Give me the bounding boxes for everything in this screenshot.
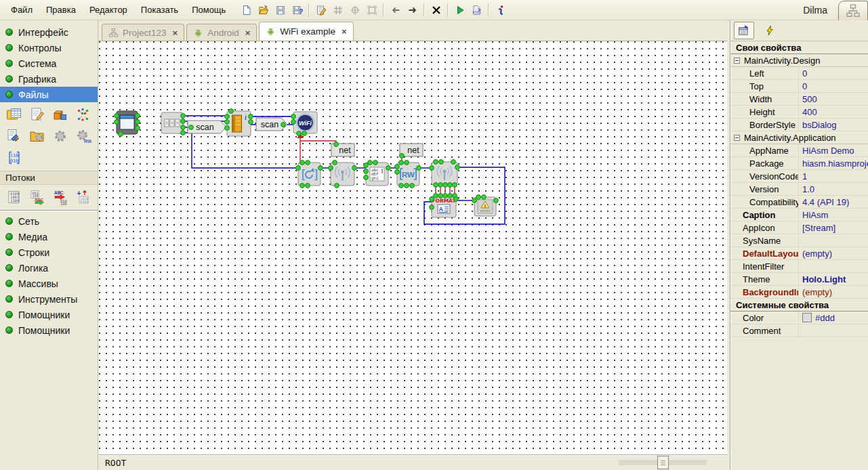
frame-view-button[interactable] <box>363 1 380 18</box>
collapse-icon[interactable] <box>734 58 740 64</box>
selection-handle[interactable] <box>181 131 186 135</box>
property-value[interactable]: HiAsm Demo <box>798 144 868 156</box>
tab-close-icon[interactable]: × <box>245 28 251 37</box>
selection-handle[interactable] <box>333 161 337 165</box>
selection-handle[interactable] <box>329 166 333 171</box>
wifi-points-block-2[interactable] <box>432 162 457 185</box>
selection-handle[interactable] <box>368 161 373 165</box>
stream-merge-palette-button[interactable]: +10100101 <box>74 188 93 206</box>
selection-handle[interactable] <box>451 160 456 165</box>
selection-handle[interactable] <box>443 194 448 198</box>
property-value[interactable]: 500 <box>798 93 868 105</box>
selection-handle[interactable] <box>181 114 186 119</box>
selection-handle[interactable] <box>405 161 409 165</box>
selection-handle[interactable] <box>438 183 443 188</box>
property-value[interactable]: (empty) <box>798 247 868 259</box>
stream-abc-bin-palette-button[interactable]: ABC010100 <box>51 188 70 206</box>
selection-handle[interactable] <box>335 184 339 188</box>
selection-handle[interactable] <box>291 120 296 125</box>
menu-item-4[interactable]: Показать <box>134 1 185 18</box>
selection-handle[interactable] <box>229 109 234 114</box>
menu-item-2[interactable]: Правка <box>39 1 83 18</box>
selection-handle[interactable] <box>417 166 421 171</box>
read-write-block[interactable]: RW <box>397 163 419 186</box>
wire-blue[interactable] <box>183 133 299 168</box>
selection-handle[interactable] <box>400 154 405 158</box>
property-group-row[interactable]: MainActivity.Design <box>730 54 868 67</box>
property-value[interactable]: Holo.Light <box>798 273 868 285</box>
scheme-canvas[interactable]: scanscannetnetiWiFi[]abcdEFghiRWFORMATA! <box>98 41 727 454</box>
selection-handle[interactable] <box>364 163 369 168</box>
selection-handle[interactable] <box>136 120 140 125</box>
property-value[interactable]: 0 <box>798 67 868 79</box>
wifi-block[interactable]: WiFi <box>293 112 317 133</box>
selection-handle[interactable] <box>281 123 286 127</box>
selection-handle[interactable] <box>364 175 369 180</box>
stop-button[interactable] <box>428 1 445 18</box>
selection-handle[interactable] <box>297 131 302 136</box>
selection-handle[interactable] <box>443 183 448 188</box>
compile-button[interactable]: 0101 <box>468 1 485 18</box>
properties-tab-button[interactable] <box>734 22 754 39</box>
save-help-button[interactable]: ? <box>289 1 306 18</box>
gear-rw-palette-button[interactable]: RW <box>74 127 93 145</box>
sidebar-item-bottom-2[interactable]: Медиа <box>0 229 98 244</box>
selection-handle[interactable] <box>334 142 339 147</box>
property-value[interactable]: 0 <box>798 80 868 92</box>
selection-handle[interactable] <box>115 120 119 125</box>
property-value[interactable]: #ddd <box>798 312 868 324</box>
collapse-icon[interactable] <box>734 135 740 141</box>
splitter-grip[interactable] <box>657 456 669 469</box>
selection-handle[interactable] <box>352 166 357 171</box>
menu-item-3[interactable]: Редактор <box>83 1 134 18</box>
selection-handle[interactable] <box>395 170 400 175</box>
new-file-button[interactable] <box>238 1 255 18</box>
selection-handle[interactable] <box>136 114 140 119</box>
sidebar-item-bottom-7[interactable]: Помощники <box>0 307 98 322</box>
selection-handle[interactable] <box>249 114 253 119</box>
edit-scheme-button[interactable] <box>312 1 329 18</box>
property-value[interactable]: [Stream] <box>798 221 868 234</box>
stream-bin-abc-palette-button[interactable]: 001100ABC <box>28 188 47 206</box>
notepad-edit-palette-button[interactable] <box>28 106 47 123</box>
activity-block[interactable]: i <box>227 111 251 136</box>
property-value[interactable]: HiAsm <box>798 209 868 221</box>
sidebar-item-bottom-8[interactable]: Помощники <box>0 322 98 338</box>
selection-handle[interactable] <box>181 125 186 130</box>
folder-gear-palette-button[interactable] <box>28 127 47 145</box>
selection-handle[interactable] <box>302 131 307 136</box>
selection-handle[interactable] <box>249 120 253 125</box>
selection-handle[interactable] <box>181 119 186 124</box>
selection-handle[interactable] <box>119 132 123 137</box>
sidebar-item-bottom-4[interactable]: Логика <box>0 260 98 276</box>
tab-close-icon[interactable]: × <box>342 27 347 36</box>
selection-handle[interactable] <box>494 198 499 203</box>
property-value[interactable]: 1.0 <box>798 183 868 195</box>
property-value[interactable] <box>798 324 868 337</box>
forward-button[interactable] <box>404 1 421 18</box>
tab-close-icon[interactable]: × <box>173 28 178 37</box>
selection-handle[interactable] <box>434 194 438 198</box>
nodes-scatter-palette-button[interactable] <box>74 106 93 123</box>
save-file-button[interactable] <box>272 1 289 18</box>
center-view-button[interactable] <box>346 1 363 18</box>
menu-item-5[interactable]: Помощь <box>185 1 232 18</box>
tab-android[interactable]: Android× <box>186 24 257 41</box>
selection-handle[interactable] <box>225 114 230 119</box>
selection-handle[interactable] <box>434 183 438 188</box>
selection-handle[interactable] <box>300 161 305 165</box>
property-value[interactable] <box>798 260 868 272</box>
run-button[interactable] <box>451 1 468 18</box>
selection-handle[interactable] <box>430 205 434 210</box>
tab-project123[interactable]: Project123× <box>102 24 184 41</box>
selection-handle[interactable] <box>430 197 434 202</box>
property-value[interactable]: 4.4 (API 19) <box>798 196 868 208</box>
selection-handle[interactable] <box>291 114 296 119</box>
selection-handle[interactable] <box>306 161 310 165</box>
tab-wifi-example[interactable]: WiFi example× <box>259 22 353 41</box>
selection-handle[interactable] <box>405 184 409 188</box>
selection-handle[interactable] <box>318 166 323 171</box>
selection-handle[interactable] <box>472 198 477 203</box>
property-value[interactable] <box>798 234 868 247</box>
scheme-window-button[interactable] <box>838 1 868 20</box>
